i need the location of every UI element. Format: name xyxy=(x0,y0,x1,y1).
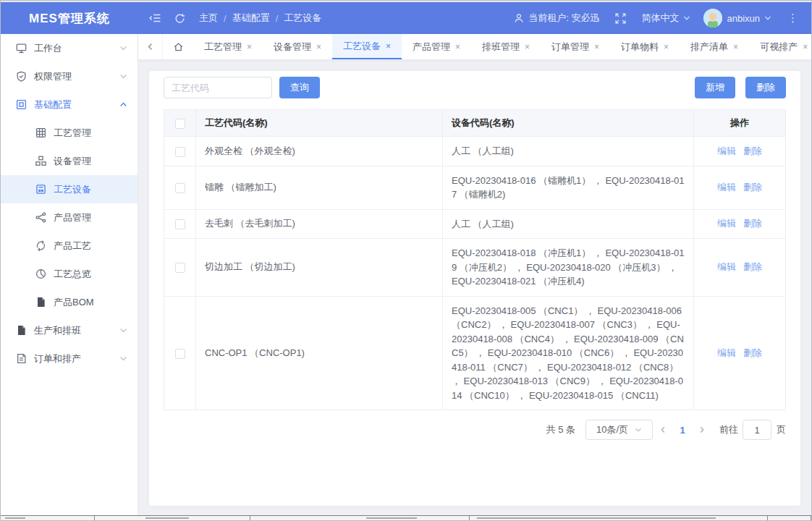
sidebar-item-order-scheduling[interactable]: 订单和排产 xyxy=(1,344,138,373)
sidebar-item-product-process[interactable]: 产品工艺 xyxy=(1,232,138,260)
prev-page-icon[interactable] xyxy=(653,425,673,436)
chevron-down-icon xyxy=(683,14,690,22)
sidebar-item-process-management[interactable]: 工艺管理 xyxy=(1,119,138,147)
more-options-icon[interactable]: ⋮ xyxy=(784,12,801,25)
chevron-down-icon xyxy=(119,72,127,80)
breadcrumb-home[interactable]: 主页 xyxy=(199,12,218,25)
refresh-icon[interactable] xyxy=(172,10,187,26)
sidebar-item-permission-management[interactable]: 权限管理 xyxy=(1,62,138,90)
close-icon[interactable]: × xyxy=(664,42,669,52)
breadcrumb-separator: / xyxy=(276,13,279,24)
tab-process-equipment[interactable]: 工艺设备× xyxy=(332,34,402,59)
tab-label: 订单物料 xyxy=(621,41,659,54)
tab-order-materials[interactable]: 订单物料× xyxy=(610,34,680,59)
row-checkbox[interactable] xyxy=(175,183,185,193)
edit-link[interactable]: 编辑 xyxy=(717,347,736,358)
tab-equipment-management[interactable]: 设备管理× xyxy=(263,34,332,59)
edit-link[interactable]: 编辑 xyxy=(717,145,736,156)
close-icon[interactable]: × xyxy=(455,42,460,52)
tab-label: 排班管理 xyxy=(482,41,520,54)
sidebar-item-product-management[interactable]: 产品管理 xyxy=(1,203,138,232)
chevron-down-icon xyxy=(119,355,127,363)
tab-label: 工艺设备 xyxy=(343,40,381,53)
language-label: 简体中文 xyxy=(641,12,679,25)
sidebar-item-label: 工艺设备 xyxy=(54,183,127,196)
components-icon xyxy=(35,156,46,166)
edit-link[interactable]: 编辑 xyxy=(717,218,736,229)
delete-link[interactable]: 删除 xyxy=(743,218,762,229)
tab-label: 订单管理 xyxy=(551,41,589,54)
sidebar-item-basic-config[interactable]: 基础配置 xyxy=(1,90,138,119)
sidebar-item-label: 工艺管理 xyxy=(54,127,127,140)
home-tab-icon[interactable] xyxy=(163,34,193,59)
edit-link[interactable]: 编辑 xyxy=(717,261,736,272)
tenant-label: 当前租户: 安必迅 xyxy=(528,12,599,25)
frame-icon xyxy=(15,99,27,110)
sidebar-item-label: 设备管理 xyxy=(54,155,127,168)
avatar xyxy=(703,9,722,27)
tabs-scroll-left-icon[interactable] xyxy=(138,34,163,59)
page-number[interactable]: 1 xyxy=(673,425,692,436)
table-row: CNC-OP1 （CNC-OP1) EQU-20230418-005 （CNC1… xyxy=(164,296,786,410)
goto-page-input[interactable] xyxy=(743,420,771,440)
toolbar: 查询 新增 删除 xyxy=(164,77,786,98)
user-menu[interactable]: anbixun xyxy=(703,9,771,27)
content-card: 查询 新增 删除 工艺代码(名称) 设备代码(名称) 操作 xyxy=(149,71,800,506)
delete-link[interactable]: 删除 xyxy=(743,347,762,358)
sidebar-item-process-overview[interactable]: 工艺总览 xyxy=(1,260,138,288)
tab-shift-management[interactable]: 排班管理× xyxy=(471,34,541,59)
delete-button[interactable]: 删除 xyxy=(745,77,786,98)
close-icon[interactable]: × xyxy=(733,42,738,52)
page-size-select[interactable]: 10条/页 xyxy=(585,420,653,440)
document-icon xyxy=(35,297,46,308)
sidebar-item-workbench[interactable]: 工作台 xyxy=(1,34,138,62)
row-checkbox[interactable] xyxy=(175,147,185,157)
close-icon[interactable]: × xyxy=(386,41,391,51)
language-selector[interactable]: 简体中文 xyxy=(641,12,690,25)
close-icon[interactable]: × xyxy=(803,42,808,52)
sidebar-item-label: 产品BOM xyxy=(54,296,127,309)
table-row: 外观全检 （外观全检) 人工 （人工组) 编辑删除 xyxy=(164,137,786,166)
table-row: 镭雕 （镭雕加工) EQU-20230418-016 （镭雕机1） ， EQU-… xyxy=(164,166,786,209)
process-cell: 切边加工 （切边加工) xyxy=(196,239,443,297)
sidebar-item-label: 产品工艺 xyxy=(54,240,127,253)
row-checkbox[interactable] xyxy=(175,263,185,273)
tab-label: 排产清单 xyxy=(690,41,728,54)
chevron-down-icon xyxy=(119,44,127,52)
delete-link[interactable]: 删除 xyxy=(743,145,762,156)
tab-process-management[interactable]: 工艺管理× xyxy=(193,34,263,59)
sidebar-item-equipment-management[interactable]: 设备管理 xyxy=(1,147,138,175)
close-icon[interactable]: × xyxy=(247,42,252,52)
delete-link[interactable]: 删除 xyxy=(743,261,762,272)
tab-label: 可视排产 xyxy=(760,41,798,54)
search-button[interactable]: 查询 xyxy=(279,77,320,98)
pagination-total: 共 5 条 xyxy=(546,423,575,436)
close-icon[interactable]: × xyxy=(525,42,530,52)
tab-scheduling-list[interactable]: 排产清单× xyxy=(680,34,749,59)
pie-chart-icon xyxy=(35,268,46,279)
tab-order-management[interactable]: 订单管理× xyxy=(541,34,610,59)
tab-product-management[interactable]: 产品管理× xyxy=(402,34,471,59)
fullscreen-icon[interactable] xyxy=(612,10,628,26)
row-checkbox[interactable] xyxy=(175,219,185,229)
edit-link[interactable]: 编辑 xyxy=(717,182,736,192)
process-cell: 镭雕 （镭雕加工) xyxy=(196,166,443,209)
table-header-row: 工艺代码(名称) 设备代码(名称) 操作 xyxy=(164,110,786,137)
sidebar-item-process-equipment[interactable]: 工艺设备 xyxy=(1,175,138,203)
next-page-icon[interactable] xyxy=(692,425,712,436)
add-button[interactable]: 新增 xyxy=(695,77,735,98)
menu-fold-icon[interactable] xyxy=(147,10,163,26)
delete-link[interactable]: 删除 xyxy=(743,182,762,192)
breadcrumb-basic-config[interactable]: 基础配置 xyxy=(232,12,270,25)
row-checkbox[interactable] xyxy=(175,349,185,359)
sidebar-item-production-scheduling[interactable]: 生产和排班 xyxy=(1,316,138,344)
close-icon[interactable]: × xyxy=(594,42,599,52)
top-header: MES管理系统 主页 / 基础配置 / 工艺设备 当前租户: 安必迅 xyxy=(1,2,811,34)
tab-visual-scheduling[interactable]: 可视排产× xyxy=(749,34,812,59)
username-label: anbixun xyxy=(727,13,760,24)
close-icon[interactable]: × xyxy=(316,42,321,52)
select-all-checkbox[interactable] xyxy=(175,119,185,129)
sidebar-item-product-bom[interactable]: 产品BOM xyxy=(1,288,138,316)
search-input[interactable] xyxy=(164,77,272,98)
process-cell: 外观全检 （外观全检) xyxy=(196,137,443,166)
